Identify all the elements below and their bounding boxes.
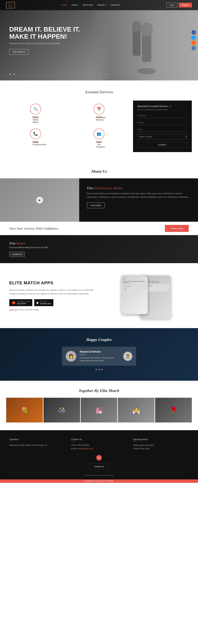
footer-contact-button[interactable]: Contact Us bbox=[89, 464, 109, 469]
journey-banner: Start Your Journey With Confidence. Sear… bbox=[0, 222, 198, 235]
hero-couple-image bbox=[89, 0, 198, 80]
hero-social: f t r v bbox=[192, 30, 196, 50]
dot-1[interactable] bbox=[96, 369, 97, 370]
location-select[interactable]: Select Location London Birmingham Manche… bbox=[137, 134, 188, 140]
dot-3[interactable] bbox=[101, 369, 102, 370]
nav-contact[interactable]: CONTACT bbox=[110, 4, 120, 6]
gallery-item-4: 👰 bbox=[118, 398, 154, 422]
next-arrow[interactable]: ∨ bbox=[13, 72, 15, 76]
phone-front-screen: Elite Checkout our list of best services… bbox=[122, 276, 148, 314]
group-icon: 👥 bbox=[94, 128, 104, 139]
appstore-text: AVAILABLE ON THE App Store bbox=[17, 301, 30, 304]
brand-elite: Elite bbox=[87, 186, 94, 190]
android-icon: ▶ bbox=[37, 301, 39, 304]
apps-text: ELITE MATCH APPS Nam arcu mauris, tincid… bbox=[9, 280, 94, 311]
gallery-item-1: 💐 bbox=[6, 398, 43, 422]
svg-point-0 bbox=[137, 68, 156, 74]
hero-section: DREAM IT. BELIEVE IT. MAKE IT HAPPEN! Ch… bbox=[0, 0, 198, 80]
vk-icon[interactable]: v bbox=[192, 46, 196, 50]
service-communication-label: Initiate Communication bbox=[9, 141, 62, 142]
click-here-text: Click here to know more about apps. bbox=[9, 308, 94, 311]
facebook-icon[interactable]: f bbox=[192, 30, 196, 34]
footer-hours-title: Opening hours: bbox=[133, 438, 189, 442]
slider-dots bbox=[52, 369, 146, 370]
phone-mockup: Elite Dream it. Believe it. Make it happ… bbox=[122, 272, 171, 319]
svg-rect-3 bbox=[133, 28, 140, 56]
assisted-form: Interested In Assisted Services....? Lea… bbox=[133, 100, 192, 152]
dot-2[interactable] bbox=[98, 369, 100, 370]
twitter-icon[interactable]: t bbox=[192, 36, 196, 40]
service-prospects-label: Meet The Prospects bbox=[73, 141, 125, 142]
login-button[interactable]: Log In bbox=[166, 3, 178, 8]
search-now-button[interactable]: Search Now bbox=[165, 225, 189, 232]
couple-avatar-right: 🤵 bbox=[123, 352, 132, 361]
click-here-link[interactable]: Click here bbox=[9, 308, 18, 311]
hero-hearts: ♡ ♥ ♡ bbox=[99, 73, 107, 76]
reach-label: Reach bbox=[16, 241, 25, 245]
service-shortlisted-label: Shortlisted Matches bbox=[73, 116, 125, 118]
footer-hours-col: Opening hours: Working days (8am-9pm) Su… bbox=[133, 438, 189, 450]
more-about-btn[interactable]: More About Us bbox=[9, 49, 28, 54]
elite-label: Elite bbox=[9, 241, 16, 245]
search-icon: 🔍 bbox=[30, 104, 41, 114]
brand-tagline: Find Success Stories bbox=[94, 186, 122, 190]
appstore-button[interactable]: 🍎 AVAILABLE ON THE App Store bbox=[9, 299, 32, 306]
couple-avatar-left: 👩 bbox=[66, 351, 76, 362]
nav-about[interactable]: ABOUT bbox=[72, 4, 78, 6]
assisted-section-title: Assisted Services bbox=[6, 90, 192, 94]
footer-location-title: Location: bbox=[9, 438, 65, 442]
heart-2: ♥ bbox=[102, 73, 104, 76]
store-buttons: 🍎 AVAILABLE ON THE App Store ▶ GET IT ON… bbox=[9, 299, 94, 306]
submit-button[interactable]: SUBMIT bbox=[137, 142, 188, 148]
footer-hours-text: Working days (8am-9pm) Sundays (8am-1pm) bbox=[133, 444, 189, 450]
gallery-item-5: 🌹 bbox=[155, 398, 192, 422]
heart-1: ♡ bbox=[99, 73, 101, 76]
form-subtitle: Leave your details below, we'll call you… bbox=[137, 108, 188, 110]
assisted-grid: 🔍 Search Within Reach 📅 Shortlisted Matc… bbox=[6, 100, 192, 152]
rss-icon[interactable]: r bbox=[192, 41, 196, 45]
footer-email-link[interactable]: elite@example.com bbox=[77, 448, 93, 450]
footer-contact-col: Contact us Phone: 505-222-5433 Email: el… bbox=[71, 438, 127, 450]
elite-banner-content: Elite Reach Exclusive Matchmaking Servic… bbox=[9, 241, 48, 257]
playstore-text: GET IT ON Google play bbox=[40, 301, 51, 304]
hero-title: DREAM IT. BELIEVE IT. MAKE IT HAPPEN! bbox=[9, 26, 86, 40]
phone-front: Elite Checkout our list of best services… bbox=[122, 276, 148, 314]
logo-line1: Elite bbox=[8, 3, 13, 5]
couples-slider: 👩 Abelard & Heloise Couple 1 Lorem ipsum… bbox=[52, 347, 146, 370]
service-search: 🔍 Search Within Reach bbox=[6, 100, 65, 121]
play-button[interactable]: ▶ bbox=[36, 196, 43, 204]
footer-email: Email: elite@example.com bbox=[71, 447, 127, 450]
form-title: Interested In Assisted Services....? bbox=[137, 105, 188, 108]
watermark: 访问网址bbs.xdeniao.com买到了好多模板 bbox=[0, 480, 198, 483]
view-profiles-button[interactable]: View Profiles bbox=[87, 203, 105, 208]
email-input[interactable] bbox=[137, 127, 188, 132]
footer-location: Location: Matrimonium Elite, Ipswich, Fo… bbox=[9, 438, 65, 450]
happy-title: Happy Couples bbox=[0, 338, 198, 342]
svg-point-4 bbox=[132, 21, 141, 32]
footer-contact-title: Contact us bbox=[71, 438, 127, 442]
footer-heart: ♥ bbox=[9, 455, 189, 460]
playstore-button[interactable]: ▶ GET IT ON Google play bbox=[34, 299, 53, 306]
couple-info: Abelard & Heloise Couple 1 Lorem ipsum d… bbox=[80, 350, 120, 362]
apple-icon: 🍎 bbox=[12, 301, 16, 304]
number-input[interactable] bbox=[137, 120, 188, 125]
navigation: Elite Match HOME ABOUT MATCHES PAGES ▾ C… bbox=[0, 0, 198, 10]
register-button[interactable]: Register bbox=[179, 3, 192, 8]
happy-couples-section: Happy Couples 👩 Abelard & Heloise Couple… bbox=[0, 328, 198, 381]
couple-tag: Couple 1 bbox=[80, 354, 120, 355]
service-prospects: 👥 Meet The Prospects bbox=[70, 125, 128, 146]
nav-matches[interactable]: MATCHES bbox=[83, 4, 93, 6]
nav-home[interactable]: HOME bbox=[61, 4, 67, 6]
nav-pages[interactable]: PAGES ▾ bbox=[97, 4, 106, 6]
hero-subtitle: Checkout our list of best services and p… bbox=[9, 42, 86, 45]
prev-arrow[interactable]: ∧ bbox=[9, 72, 11, 76]
about-image: ▶ bbox=[0, 178, 79, 222]
footer-grid: Location: Matrimonium Elite, Ipswich, Fo… bbox=[9, 438, 189, 450]
about-paragraph: Duis sit amet nisl quis leo fermentum ve… bbox=[87, 192, 190, 199]
logo[interactable]: Elite Match bbox=[6, 2, 15, 8]
mini-search-icon-2: 🔍 bbox=[124, 287, 127, 290]
fullname-input[interactable] bbox=[137, 113, 188, 118]
elite-tagline: Exclusive Matchmaking Service for the El… bbox=[9, 246, 48, 248]
elite-contact-button[interactable]: Contact Us bbox=[9, 252, 25, 257]
about-brand: Elite Find Success Stories bbox=[87, 186, 190, 190]
